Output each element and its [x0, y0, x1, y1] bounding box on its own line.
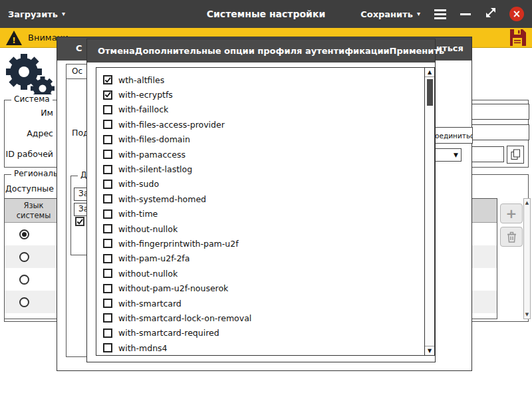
checkbox[interactable]: [103, 105, 112, 114]
option-row[interactable]: without-pam-u2f-nouserok: [103, 281, 424, 295]
check-icon: [104, 91, 111, 98]
delete-language-button[interactable]: [500, 227, 523, 247]
option-row[interactable]: with-files-domain: [103, 132, 424, 147]
option-label: with-silent-lastlog: [118, 164, 192, 174]
checkbox[interactable]: [103, 254, 112, 263]
auth-dialog-title: Дополнительные опции профиля аутентифика…: [135, 46, 390, 56]
plus-icon: +: [506, 205, 517, 221]
scroll-down-icon[interactable]: ▼: [525, 312, 529, 317]
available-languages-label: Доступные я: [5, 184, 61, 194]
checkbox[interactable]: [103, 343, 112, 352]
option-label: wth-altfiles: [118, 75, 164, 85]
checkbox[interactable]: [103, 209, 112, 219]
cancel-button[interactable]: Отмена: [98, 46, 135, 56]
option-row[interactable]: with-systemd-homed: [103, 192, 424, 206]
radio-button[interactable]: [19, 275, 29, 285]
address-field-label: Адрес: [0, 128, 53, 138]
option-label: with-sudo: [118, 179, 159, 189]
checkbox[interactable]: [103, 299, 112, 308]
option-row[interactable]: with-faillock: [103, 102, 424, 117]
option-label: with-smartcard-lock-on-removal: [118, 313, 251, 323]
option-row[interactable]: with-smartcard: [103, 296, 424, 311]
copy-icon: [511, 149, 521, 160]
parent-dialog-left-button-fragment[interactable]: С: [76, 43, 82, 53]
checkbox[interactable]: [103, 120, 112, 129]
option-label: with-pam-u2f-2fa: [118, 253, 190, 263]
checkbox[interactable]: [103, 313, 112, 323]
checkbox[interactable]: [103, 329, 112, 338]
option-label: with-fingerprintwith-pam-u2f: [118, 239, 239, 249]
option-label: without-nullok: [118, 224, 178, 234]
option-row[interactable]: with-files-access-provider: [103, 117, 424, 132]
option-row[interactable]: with-sudo: [103, 177, 424, 192]
option-row[interactable]: without-nullok: [103, 221, 424, 236]
checkbox[interactable]: [103, 224, 112, 233]
option-row[interactable]: with-silent-lastlog: [103, 162, 424, 176]
checkbox[interactable]: [103, 135, 112, 144]
checkbox[interactable]: [103, 180, 112, 189]
option-label: with-ecryptfs: [118, 90, 173, 100]
add-language-button[interactable]: +: [500, 203, 523, 223]
checkbox[interactable]: [103, 150, 112, 159]
option-row[interactable]: with-pam-u2f-2fa: [103, 251, 424, 266]
name-field-label: Им: [0, 108, 53, 118]
list-scrollbar[interactable]: ▲ ▼: [424, 68, 434, 355]
scroll-down-button[interactable]: ▼: [425, 346, 434, 355]
option-label: without-nullok: [118, 269, 178, 279]
scroll-up-icon[interactable]: ▲: [525, 200, 529, 205]
system-group-label: Система: [11, 94, 53, 104]
table-scrollbar[interactable]: ▲ ▼: [523, 198, 531, 319]
checkbox[interactable]: [103, 165, 112, 174]
caret-down-icon: ▼: [454, 152, 458, 158]
option-label: with-files-domain: [118, 134, 190, 144]
screen: Загрузить ▾ Системные настройки Сохранит…: [0, 0, 532, 399]
auth-options-dialog: Отмена Дополнительные опции профиля ауте…: [86, 39, 436, 362]
options-list-items: wth-altfiles with-ecryptfs: [96, 68, 424, 355]
option-row[interactable]: with-ecryptfs: [103, 87, 424, 102]
option-label: with-faillock: [118, 104, 168, 114]
options-list: wth-altfiles with-ecryptfs: [96, 67, 435, 356]
checkbox[interactable]: [103, 194, 112, 203]
option-row[interactable]: wth-altfiles: [103, 72, 424, 87]
check-icon: [104, 76, 111, 84]
checkbox[interactable]: [103, 90, 112, 100]
checkbox[interactable]: [103, 269, 112, 278]
radio-button[interactable]: [19, 297, 29, 307]
option-row[interactable]: with-time: [103, 207, 424, 221]
copy-button[interactable]: [507, 146, 524, 164]
option-row[interactable]: with-mdns4: [103, 340, 424, 355]
option-row[interactable]: with-smartcard-required: [103, 326, 424, 340]
check-icon: [76, 218, 83, 225]
option-row[interactable]: with-fingerprintwith-pam-u2f: [103, 236, 424, 251]
checkbox[interactable]: [75, 217, 84, 226]
checkbox[interactable]: [103, 284, 112, 293]
option-label: with-time: [118, 209, 158, 219]
language-column-header: Язык системы: [5, 199, 63, 222]
apply-button[interactable]: Применить: [390, 46, 445, 56]
option-label: with-pamaccess: [118, 150, 186, 160]
radio-button[interactable]: [19, 252, 29, 262]
workstation-id-field-label: ID рабочей: [0, 149, 53, 159]
option-label: with-smartcard-required: [118, 328, 219, 338]
option-label: with-files-access-provider: [118, 120, 225, 130]
trash-icon: [507, 231, 517, 243]
option-label: with-mdns4: [118, 343, 168, 353]
option-label: without-pam-u2f-nouserok: [118, 283, 228, 293]
radio-button[interactable]: [19, 229, 29, 239]
auth-dialog-header: Отмена Дополнительные опции профиля ауте…: [87, 39, 435, 63]
scroll-thumb[interactable]: [427, 79, 433, 106]
scroll-up-button[interactable]: ▲: [425, 68, 434, 77]
option-label: with-smartcard: [118, 299, 182, 309]
checkbox[interactable]: [103, 239, 112, 248]
option-row[interactable]: without-nullok: [103, 266, 424, 281]
option-row[interactable]: with-pamaccess: [103, 147, 424, 162]
option-row[interactable]: with-smartcard-lock-on-removal: [103, 311, 424, 325]
option-label: with-systemd-homed: [118, 194, 206, 204]
checkbox[interactable]: [103, 75, 112, 84]
gears-icon: [1, 51, 55, 101]
